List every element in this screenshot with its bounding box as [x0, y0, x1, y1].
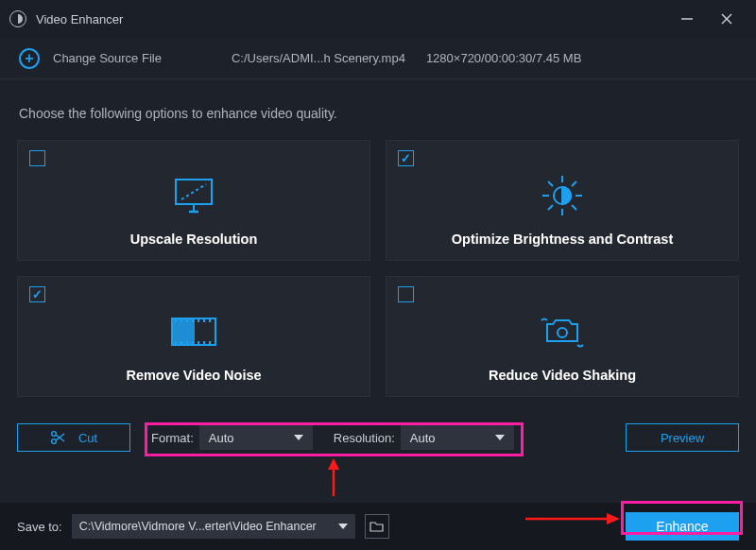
cut-button[interactable]: Cut [17, 423, 130, 452]
cut-label: Cut [78, 431, 97, 445]
options-grid: Upscale Resolution [17, 140, 739, 397]
camera-shake-icon [536, 309, 589, 354]
card-optimize-brightness[interactable]: Optimize Brightness and Contrast [386, 140, 739, 261]
scissors-icon [50, 430, 65, 445]
svg-marker-38 [328, 458, 339, 470]
source-info: 1280×720/00:00:30/7.45 MB [426, 51, 581, 65]
checkbox-noise[interactable] [29, 286, 45, 302]
close-button[interactable] [707, 0, 747, 38]
checkbox-upscale[interactable] [29, 150, 45, 166]
format-label: Format: [151, 431, 194, 445]
svg-rect-3 [176, 180, 212, 204]
change-source-link[interactable]: Change Source File [53, 51, 162, 65]
format-select[interactable]: Auto [199, 425, 313, 450]
card-title: Remove Video Noise [126, 368, 261, 383]
checkbox-brightness[interactable] [398, 150, 414, 166]
resolution-select[interactable]: Auto [401, 425, 514, 450]
card-upscale-resolution[interactable]: Upscale Resolution [17, 140, 370, 261]
svg-line-14 [548, 205, 553, 210]
chevron-down-icon [338, 524, 348, 529]
main-content: Choose the following options to enhance … [0, 79, 756, 454]
svg-point-34 [51, 439, 56, 444]
svg-point-32 [558, 328, 567, 337]
footer-bar: Save to: C:\Vidmore\Vidmore V...erter\Vi… [0, 503, 756, 550]
svg-line-36 [56, 434, 64, 440]
resolution-label: Resolution: [334, 431, 395, 445]
card-title: Upscale Resolution [130, 232, 258, 247]
card-remove-noise[interactable]: Remove Video Noise [17, 276, 370, 397]
card-reduce-shaking[interactable]: Reduce Video Shaking [386, 276, 739, 397]
svg-line-15 [572, 181, 576, 186]
format-value: Auto [209, 431, 234, 445]
card-title: Reduce Video Shaking [489, 368, 636, 383]
save-path-select[interactable]: C:\Vidmore\Vidmore V...erter\Video Enhan… [72, 514, 355, 539]
format-group: Format: Auto [142, 425, 313, 450]
preview-button[interactable]: Preview [626, 423, 739, 452]
monitor-icon [170, 173, 217, 218]
resolution-value: Auto [410, 431, 436, 445]
annotation-arrow-icon [324, 458, 343, 496]
checkbox-shaking[interactable] [398, 286, 414, 302]
svg-line-35 [56, 435, 64, 441]
open-folder-button[interactable] [365, 514, 389, 539]
sun-icon [539, 173, 586, 218]
enhance-button[interactable]: Enhance [626, 512, 739, 541]
svg-point-33 [51, 432, 56, 437]
add-file-icon[interactable]: + [19, 48, 40, 69]
save-to-label: Save to: [17, 520, 62, 534]
title-bar: Video Enhancer [0, 0, 756, 38]
resolution-group: Resolution: Auto [324, 425, 514, 450]
preview-label: Preview [661, 431, 704, 445]
save-path-value: C:\Vidmore\Vidmore V...erter\Video Enhan… [79, 520, 317, 533]
app-logo-icon [9, 10, 26, 27]
enhance-label: Enhance [656, 519, 708, 534]
svg-line-4 [181, 184, 206, 199]
source-path: C:/Users/ADMI...h Scenery.mp4 [232, 51, 405, 65]
filmstrip-icon [168, 309, 219, 354]
chevron-down-icon [495, 435, 505, 440]
card-title: Optimize Brightness and Contrast [452, 232, 673, 247]
svg-line-12 [548, 181, 553, 186]
chevron-down-icon [294, 435, 303, 440]
svg-line-13 [572, 205, 576, 210]
folder-icon [369, 521, 384, 532]
prompt-text: Choose the following options to enhance … [19, 106, 737, 121]
minimize-button[interactable] [667, 0, 707, 38]
window-title: Video Enhancer [36, 12, 123, 26]
controls-row: Cut Format: Auto Resolution: Auto Previe… [17, 421, 739, 454]
svg-rect-17 [172, 318, 194, 345]
source-bar: + Change Source File C:/Users/ADMI...h S… [0, 38, 756, 79]
